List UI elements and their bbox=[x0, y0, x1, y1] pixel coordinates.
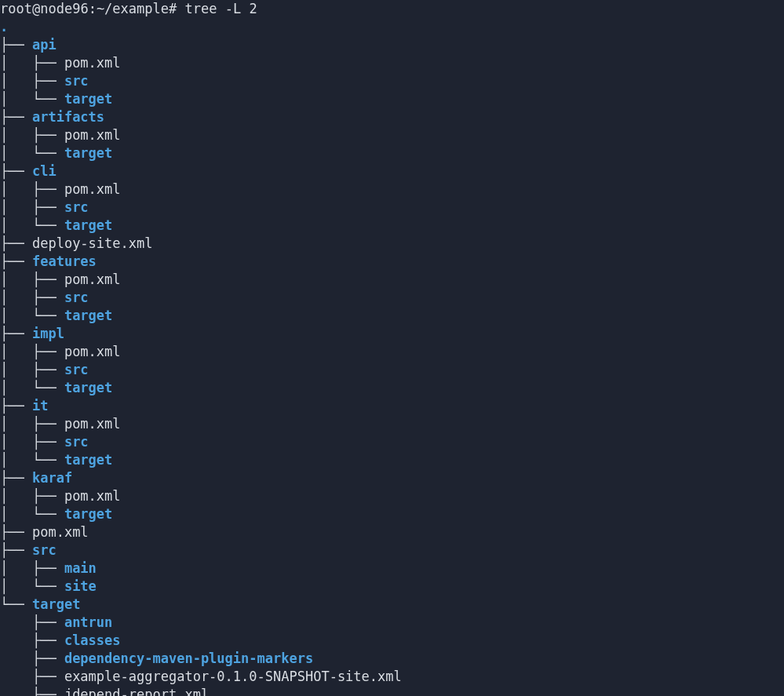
tree-body: ├── api │ ├── pom.xml │ ├── src │ └── ta… bbox=[0, 37, 402, 696]
tree-branch: │ ├── bbox=[0, 73, 64, 89]
tree-branch: │ ├── bbox=[0, 127, 64, 143]
tree-branch: │ ├── bbox=[0, 416, 64, 432]
prompt-path: ~/example bbox=[97, 1, 169, 16]
tree-branch: │ └── bbox=[0, 217, 64, 233]
tree-branch: │ └── bbox=[0, 506, 64, 522]
tree-dir: it bbox=[32, 398, 48, 414]
tree-branch: │ ├── bbox=[0, 488, 64, 504]
tree-branch: │ ├── bbox=[0, 181, 64, 197]
tree-branch: ├── bbox=[0, 650, 64, 666]
tree-dir: main bbox=[64, 560, 97, 576]
tree-dir: src bbox=[64, 73, 89, 89]
tree-dir: target bbox=[64, 217, 112, 233]
tree-branch: ├── bbox=[0, 542, 32, 558]
tree-dir: cli bbox=[32, 163, 57, 179]
tree-dir: src bbox=[64, 434, 89, 450]
tree-dir: src bbox=[64, 362, 89, 377]
tree-dir: target bbox=[64, 308, 112, 323]
tree-root: . bbox=[0, 19, 8, 35]
prompt-colon: : bbox=[89, 1, 97, 16]
tree-branch: ├── bbox=[0, 614, 64, 630]
terminal-output[interactable]: root@node96:~/example# tree -L 2 . ├── a… bbox=[0, 0, 784, 696]
tree-dir: src bbox=[64, 199, 89, 215]
tree-dir: features bbox=[32, 253, 97, 269]
tree-branch: ├── bbox=[0, 687, 64, 696]
tree-branch: ├── bbox=[0, 109, 32, 125]
tree-branch: │ └── bbox=[0, 578, 64, 594]
tree-dir: karaf bbox=[32, 470, 72, 486]
tree-branch: │ ├── bbox=[0, 560, 64, 576]
tree-dir: src bbox=[64, 290, 89, 305]
tree-branch: ├── bbox=[0, 398, 32, 414]
tree-dir: target bbox=[64, 145, 112, 161]
tree-file: pom.xml bbox=[64, 488, 121, 504]
tree-dir: target bbox=[64, 380, 112, 395]
tree-dir: target bbox=[32, 596, 80, 612]
tree-branch: ├── bbox=[0, 326, 32, 341]
prompt-space bbox=[177, 1, 184, 16]
tree-file: pom.xml bbox=[64, 127, 121, 143]
tree-branch: │ └── bbox=[0, 91, 64, 107]
command-text: tree -L 2 bbox=[185, 1, 257, 16]
tree-file: pom.xml bbox=[64, 181, 121, 197]
tree-branch: │ ├── bbox=[0, 199, 64, 215]
tree-branch: ├── bbox=[0, 524, 32, 540]
tree-branch: ├── bbox=[0, 253, 32, 269]
tree-branch: │ ├── bbox=[0, 55, 64, 71]
tree-file: pom.xml bbox=[32, 524, 89, 540]
tree-branch: │ ├── bbox=[0, 271, 64, 287]
tree-file: pom.xml bbox=[64, 344, 121, 359]
tree-branch: ├── bbox=[0, 470, 32, 486]
tree-branch: │ └── bbox=[0, 380, 64, 395]
prompt-at: @ bbox=[32, 1, 40, 16]
tree-branch: ├── bbox=[0, 235, 32, 251]
tree-branch: │ └── bbox=[0, 452, 64, 468]
tree-branch: ├── bbox=[0, 163, 32, 179]
tree-file: deploy-site.xml bbox=[32, 235, 153, 251]
tree-file: pom.xml bbox=[64, 271, 121, 287]
prompt-host: node96 bbox=[40, 1, 88, 16]
tree-dir: antrun bbox=[64, 614, 112, 630]
tree-dir: dependency-maven-plugin-markers bbox=[64, 650, 313, 666]
tree-dir: site bbox=[64, 578, 97, 594]
tree-branch: ├── bbox=[0, 669, 64, 684]
tree-branch: ├── bbox=[0, 632, 64, 648]
tree-file: pom.xml bbox=[64, 416, 121, 432]
prompt-symbol: # bbox=[169, 1, 177, 16]
tree-dir: src bbox=[32, 542, 57, 558]
tree-dir: api bbox=[32, 37, 57, 53]
tree-branch: │ ├── bbox=[0, 344, 64, 359]
tree-branch: │ └── bbox=[0, 308, 64, 323]
tree-branch: │ ├── bbox=[0, 362, 64, 377]
tree-dir: artifacts bbox=[32, 109, 104, 125]
tree-branch: │ ├── bbox=[0, 434, 64, 450]
tree-file: jdepend-report.xml bbox=[64, 687, 209, 696]
tree-branch: ├── bbox=[0, 37, 32, 53]
tree-file: pom.xml bbox=[64, 55, 121, 71]
tree-branch: └── bbox=[0, 596, 32, 612]
tree-dir: target bbox=[64, 506, 112, 522]
tree-branch: │ └── bbox=[0, 145, 64, 161]
tree-dir: target bbox=[64, 452, 112, 468]
tree-dir: target bbox=[64, 91, 112, 107]
tree-file: example-aggregator-0.1.0-SNAPSHOT-site.x… bbox=[64, 669, 402, 684]
prompt-user: root bbox=[0, 1, 32, 16]
tree-dir: classes bbox=[64, 632, 121, 648]
tree-branch: │ ├── bbox=[0, 290, 64, 305]
tree-dir: impl bbox=[32, 326, 64, 341]
